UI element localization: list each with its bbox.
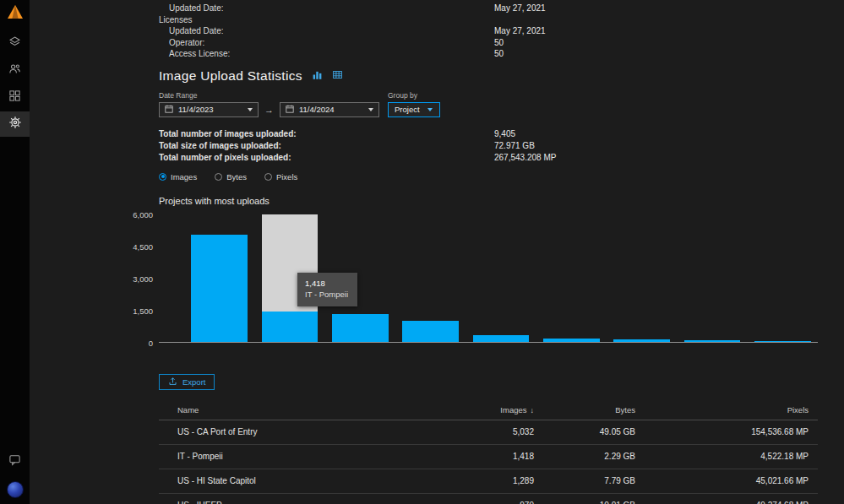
gear-icon [8, 116, 22, 133]
sidebar-bottom [0, 447, 30, 504]
info-label: Updated Date: [159, 25, 494, 37]
info-label: Total number of pixels uploaded: [159, 152, 494, 164]
chart-view-button[interactable] [312, 69, 323, 83]
radio-pixels[interactable]: Pixels [264, 172, 297, 182]
column-header-bytes[interactable]: Bytes [539, 405, 640, 415]
info-row: Total number of images uploaded:9,405 [159, 128, 818, 140]
y-axis-tick-label: 4,500 [133, 241, 153, 251]
export-button[interactable]: Export [159, 374, 215, 390]
info-label: Operator: [159, 37, 494, 49]
uploads-bar-chart: 6,0004,5003,0001,5000 1,418 IT - Pompeii [132, 214, 818, 343]
table-row[interactable]: US - IHEEP97910.01 GB49,274.68 MP [159, 494, 818, 504]
radio-bytes[interactable]: Bytes [215, 172, 247, 182]
sidebar-item-layers[interactable] [0, 30, 30, 56]
chart-column[interactable] [466, 214, 536, 342]
chart-column[interactable] [184, 214, 254, 342]
main-content: Updated Date:May 27, 2021LicensesUpdated… [30, 0, 844, 504]
info-label: Total number of images uploaded: [159, 128, 494, 140]
y-axis-tick-label: 3,000 [133, 274, 153, 283]
bar-4[interactable] [473, 335, 530, 342]
chart-column[interactable] [395, 214, 466, 342]
bar-1[interactable] [262, 312, 319, 342]
group-by-select[interactable]: Project [388, 102, 440, 117]
end-date-value: 11/4/2024 [299, 105, 335, 114]
table-row[interactable]: US - HI State Capitol1,2897.79 GB45,021.… [159, 469, 818, 494]
export-button-label: Export [182, 377, 205, 387]
sort-desc-icon: ↓ [531, 406, 535, 415]
chart-column[interactable] [748, 214, 818, 342]
cell-bytes: 49.05 GB [539, 427, 640, 436]
date-range-group: Date Range 11/4/2023 → [159, 91, 379, 117]
chart-column[interactable] [677, 214, 747, 342]
info-value: May 27, 2021 [494, 25, 818, 37]
sidebar-item-apps[interactable] [0, 84, 30, 110]
chart-column[interactable] [254, 214, 324, 342]
app-logo[interactable] [7, 4, 24, 23]
chart-column[interactable] [607, 214, 677, 342]
bar-3[interactable] [402, 321, 459, 342]
cell-bytes: 10.01 GB [539, 501, 640, 504]
info-value: 72.971 GB [494, 140, 818, 152]
info-row: Total size of images uploaded:72.971 GB [159, 140, 818, 152]
chevron-down-icon [248, 108, 253, 111]
section-header: Image Upload Statistics [159, 68, 818, 84]
cell-pixels: 4,522.18 MP [640, 452, 818, 461]
apps-icon [8, 89, 21, 106]
radio-images[interactable]: Images [159, 172, 197, 182]
page-title: Image Upload Statistics [159, 68, 302, 84]
date-range-arrow-icon: → [264, 105, 274, 115]
info-label: Total size of images uploaded: [159, 140, 494, 152]
cell-images: 979 [488, 501, 539, 504]
chart-plot-area: 1,418 IT - Pompeii [159, 214, 818, 343]
bar-8[interactable] [754, 341, 811, 342]
bar-2[interactable] [332, 314, 389, 342]
column-header-name[interactable]: Name [159, 405, 488, 415]
cell-pixels: 154,536.68 MP [640, 427, 818, 436]
y-axis-tick-label: 1,500 [133, 306, 153, 315]
info-row: Licenses [159, 14, 818, 26]
table-view-button[interactable] [332, 69, 343, 83]
sidebar-item-settings[interactable] [0, 111, 30, 137]
bar-5[interactable] [543, 339, 600, 342]
radio-label: Images [171, 172, 197, 182]
radio-button-icon[interactable] [215, 173, 222, 181]
info-value [494, 14, 818, 26]
user-avatar[interactable] [7, 481, 24, 498]
radio-button-icon[interactable] [264, 173, 272, 181]
radio-button-icon[interactable] [159, 173, 166, 181]
sidebar-item-users[interactable] [0, 57, 30, 83]
cell-bytes: 2.29 GB [539, 452, 640, 461]
chart-column[interactable] [325, 214, 395, 342]
info-row: Access License:50 [159, 48, 818, 60]
bar-6[interactable] [613, 339, 670, 342]
bar-0[interactable] [191, 235, 248, 342]
chart-subtitle: Projects with most uploads [159, 196, 818, 206]
table-row[interactable]: US - CA Port of Entry5,03249.05 GB154,53… [159, 420, 818, 445]
group-by-label: Group by [388, 91, 440, 100]
start-date-input[interactable]: 11/4/2023 [159, 102, 259, 117]
bar-7[interactable] [684, 340, 741, 342]
cell-name: IT - Pompeii [159, 452, 488, 461]
column-header-pixels[interactable]: Pixels [640, 405, 818, 415]
info-row: Updated Date:May 27, 2021 [159, 3, 818, 14]
cell-images: 1,289 [488, 476, 539, 485]
radio-label: Pixels [276, 172, 297, 182]
export-icon [168, 377, 177, 387]
users-icon [8, 62, 21, 79]
info-row: Updated Date:May 27, 2021 [159, 25, 818, 37]
sidebar-item-feedback[interactable] [0, 448, 30, 474]
cell-pixels: 45,021.66 MP [640, 476, 818, 485]
info-value: 9,405 [494, 128, 818, 140]
bar-chart-icon [312, 69, 323, 83]
info-row: Total number of pixels uploaded:267,543.… [159, 152, 818, 164]
cell-images: 5,032 [488, 427, 539, 436]
calendar-icon [286, 105, 294, 115]
calendar-icon [165, 105, 173, 115]
upload-stats: Total number of images uploaded:9,405Tot… [159, 128, 818, 164]
chart-column[interactable] [536, 214, 607, 342]
end-date-input[interactable]: 11/4/2024 [280, 102, 379, 117]
start-date-value: 11/4/2023 [178, 105, 214, 114]
table-row[interactable]: IT - Pompeii1,4182.29 GB4,522.18 MP [159, 445, 818, 469]
info-value: 50 [494, 37, 818, 49]
column-header-images[interactable]: Images↓ [488, 405, 539, 415]
